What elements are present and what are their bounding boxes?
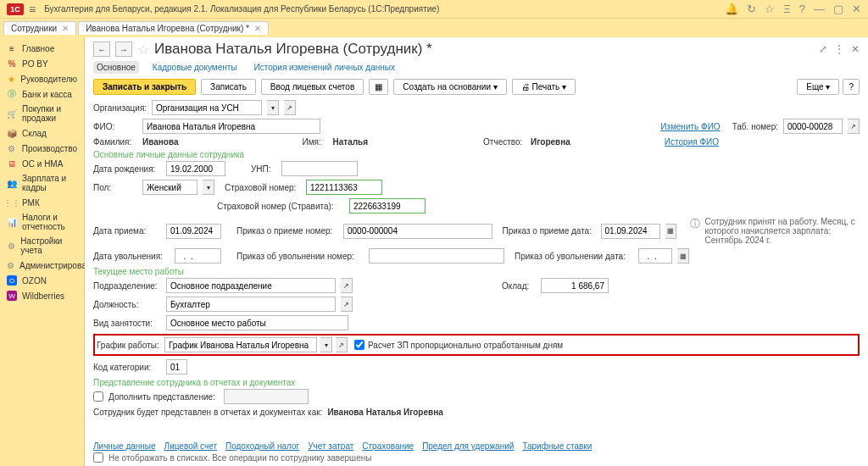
sidebar-item-wb[interactable]: WWildberries (0, 288, 84, 303)
hire-order-label: Приказ о приеме номер: (236, 226, 338, 236)
back-button[interactable]: ← (93, 42, 110, 57)
menu-icon: ≡ (7, 43, 17, 53)
link-icon[interactable]: ⤢ (819, 43, 827, 55)
change-fio-link[interactable]: Изменить ФИО (660, 122, 720, 131)
subtab-history[interactable]: История изменений личных данных (251, 61, 398, 74)
sidebar-label: Главное (22, 44, 54, 53)
org-input[interactable] (152, 100, 262, 115)
select-icon[interactable]: ▾ (267, 100, 279, 115)
close-page-icon[interactable]: ✕ (851, 43, 860, 55)
hamburger-icon[interactable]: ≡ (29, 3, 36, 16)
sidebar-item-settings[interactable]: ⚙Настройки учета (0, 234, 84, 258)
dept-input[interactable] (166, 278, 336, 293)
hire-order-date-input[interactable] (601, 224, 660, 239)
help-button[interactable]: ? (843, 79, 860, 95)
open-icon[interactable]: ↗ (341, 278, 353, 293)
sidebar-item-stock[interactable]: 📦Склад (0, 125, 84, 141)
save-button[interactable]: Записать (201, 79, 256, 95)
sidebar-label: Покупки и продажи (22, 104, 77, 123)
chat-icon[interactable]: Ξ (783, 3, 790, 15)
tab-employee-card[interactable]: Иванова Наталья Игоревна (Сотрудник) * ✕ (78, 21, 269, 35)
sidebar-item-ozon[interactable]: OOZON (0, 273, 84, 288)
subtab-docs[interactable]: Кадровые документы (149, 61, 241, 74)
sidebar-label: Склад (22, 129, 47, 138)
btn-label: Печать (532, 82, 560, 92)
link-income-tax[interactable]: Подоходный налог (225, 441, 299, 451)
history-icon[interactable]: ↻ (747, 3, 756, 15)
sidebar-item-bank[interactable]: ⒷБанк и касса (0, 86, 84, 102)
sidebar-item-admin[interactable]: ⚙Администрирование (0, 258, 84, 273)
sidebar-item-assets[interactable]: 🖥ОС и НМА (0, 156, 84, 171)
calendar-icon[interactable]: ▦ (677, 248, 689, 264)
chevron-down-icon[interactable]: ▾ (320, 337, 332, 352)
history-fio-link[interactable]: История ФИО (665, 137, 719, 147)
link-account[interactable]: Лицевой счет (164, 441, 217, 451)
sidebar-item-tax[interactable]: 📊Налоги и отчетность (0, 210, 84, 234)
info-text: Сотрудник принят на работу. Месяц, с кот… (705, 217, 860, 245)
workplace-section: Текущее место работы (93, 267, 860, 276)
bell-icon[interactable]: 🔔 (725, 3, 738, 15)
prop-calc-checkbox[interactable] (354, 340, 364, 350)
chevron-down-icon[interactable]: ▾ (203, 180, 214, 195)
menu-dots-icon[interactable]: ⋮ (834, 43, 844, 55)
save-close-button[interactable]: Записать и закрыть (93, 79, 196, 95)
cat-input[interactable] (166, 359, 187, 374)
pos-input[interactable] (166, 297, 336, 312)
salary-input[interactable] (541, 278, 609, 293)
print-button[interactable]: 🖨 Печать ▾ (512, 79, 576, 95)
ins2-input[interactable] (349, 198, 426, 214)
link-insurance[interactable]: Страхование (362, 441, 414, 451)
sidebar-item-production[interactable]: ⚙Производство (0, 141, 84, 156)
occ-input[interactable] (166, 315, 348, 330)
minimize-icon[interactable]: — (814, 3, 825, 15)
link-costs[interactable]: Учет затрат (308, 441, 353, 451)
sidebar-item-hr[interactable]: 👥Зарплата и кадры (0, 171, 84, 195)
sidebar-item-poby[interactable]: %PO BY (0, 56, 84, 71)
sidebar-item-rmk[interactable]: ⋮⋮РМК (0, 195, 84, 210)
open-icon[interactable]: ↗ (341, 297, 353, 312)
fire-order-input[interactable] (369, 248, 504, 264)
star-icon[interactable]: ☆ (765, 3, 775, 15)
ins-input[interactable] (306, 180, 382, 195)
list-button[interactable]: ▦ (369, 79, 388, 95)
name-value: Наталья (333, 137, 369, 147)
open-icon[interactable]: ↗ (336, 337, 348, 352)
tab-employees[interactable]: Сотрудники ✕ (3, 21, 76, 35)
hide-checkbox[interactable] (93, 452, 103, 463)
forward-button[interactable]: → (115, 42, 132, 57)
close-tab-icon[interactable]: ✕ (254, 24, 261, 33)
sched-input[interactable] (164, 337, 317, 352)
tabnum-input[interactable] (783, 119, 843, 134)
accounts-button[interactable]: Ввод лицевых счетов (261, 79, 364, 95)
fire-order-date-input[interactable] (638, 248, 672, 264)
close-icon[interactable]: ✕ (852, 3, 861, 15)
calendar-icon[interactable]: ▦ (665, 224, 676, 239)
subtab-main[interactable]: Основное (93, 61, 139, 74)
titlebar-icons: 🔔 ↻ ☆ Ξ ? — ▢ ✕ (725, 3, 861, 15)
hire-order-input[interactable] (343, 224, 492, 239)
birth-input[interactable] (166, 161, 225, 176)
close-tab-icon[interactable]: ✕ (62, 24, 69, 33)
sex-input[interactable] (142, 180, 198, 195)
help-icon[interactable]: ? (799, 3, 805, 15)
fio-input[interactable] (142, 119, 320, 134)
sidebar-item-sales[interactable]: 🛒Покупки и продажи (0, 102, 84, 125)
create-based-button[interactable]: Создать на основании ▾ (393, 79, 507, 95)
ext-present-checkbox[interactable] (93, 391, 103, 402)
more-button[interactable]: Еще ▾ (797, 79, 839, 95)
link-limits[interactable]: Предел для удержаний (422, 441, 514, 451)
fire-input[interactable] (175, 248, 221, 264)
link-rates[interactable]: Тарифные ставки (522, 441, 592, 451)
open-icon[interactable]: ↗ (848, 119, 860, 134)
hire-input[interactable] (166, 224, 221, 239)
link-personal[interactable]: Личные данные (93, 441, 156, 451)
birth-label: Дата рождения: (93, 164, 161, 174)
unp-input[interactable] (281, 161, 358, 176)
open-icon[interactable]: ↗ (284, 100, 296, 115)
sidebar-item-main[interactable]: ≡Главное (0, 41, 84, 56)
sidebar-item-manager[interactable]: ★Руководителю (0, 71, 84, 86)
maximize-icon[interactable]: ▢ (833, 3, 843, 15)
app-title: Бухгалтерия для Беларуси, редакция 2.1. … (44, 4, 725, 14)
info-box: ⓘ Сотрудник принят на работу. Месяц, с к… (690, 217, 860, 245)
favorite-star-icon[interactable]: ☆ (137, 42, 149, 58)
